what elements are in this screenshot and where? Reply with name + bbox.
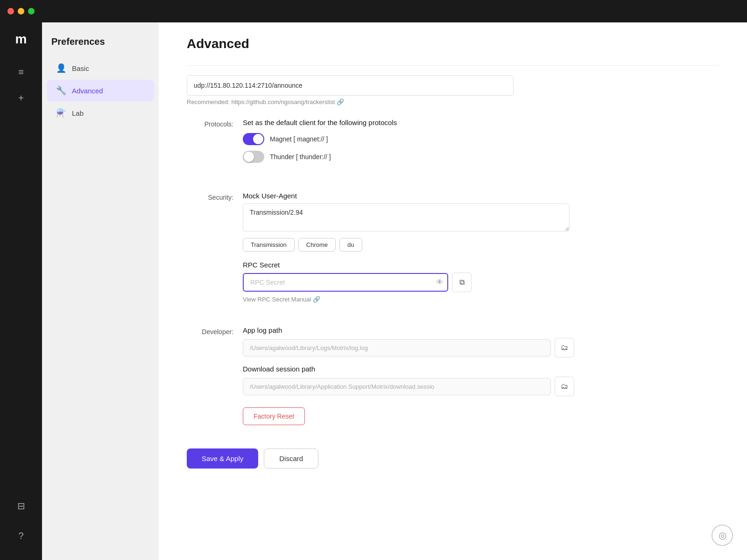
hamburger-menu-icon[interactable]: ≡ [10, 61, 32, 83]
developer-section: Developer: App log path 🗂 Download sessi… [187, 317, 719, 425]
page-title: Advanced [187, 36, 719, 51]
discard-button[interactable]: Discard [264, 448, 318, 469]
mock-user-agent-label: Mock User-Agent [243, 192, 719, 200]
save-apply-button[interactable]: Save & Apply [187, 448, 258, 469]
thunder-label: Thunder [ thunder:// ] [270, 153, 331, 161]
download-session-row: 🗂 [243, 377, 719, 396]
minimize-button[interactable] [18, 8, 24, 14]
protocols-content: Set as the default client for the follow… [243, 119, 719, 168]
download-session-folder-button[interactable]: 🗂 [555, 377, 574, 396]
add-icon[interactable]: + [10, 87, 32, 109]
sidebar-item-lab[interactable]: ⚗️ Lab [47, 102, 154, 124]
download-session-input[interactable] [243, 378, 551, 395]
sidebar-item-lab-label: Lab [72, 109, 84, 117]
disc-icon[interactable]: ◎ [712, 525, 733, 546]
security-label: Security: [187, 192, 243, 303]
preset-transmission-button[interactable]: Transmission [243, 238, 295, 252]
app-log-path-row: 🗂 [243, 338, 719, 357]
eye-icon[interactable]: 👁 [436, 278, 444, 287]
magnet-label: Magnet [ magnet:// ] [270, 135, 328, 143]
developer-content: App log path 🗂 Download session path 🗂 F… [243, 326, 719, 425]
main-content: Advanced Recommended: https://github.com… [159, 22, 747, 560]
download-session-label: Download session path [243, 365, 719, 373]
protocols-subtitle: Set as the default client for the follow… [243, 119, 719, 126]
basic-icon: 👤 [56, 63, 66, 73]
preset-du-button[interactable]: du [339, 238, 362, 252]
magnet-toggle-row: Magnet [ magnet:// ] [243, 133, 719, 145]
user-agent-input[interactable]: Transmission/2.94 [243, 203, 570, 231]
security-content: Mock User-Agent Transmission/2.94 Transm… [243, 192, 719, 303]
copy-rpc-button[interactable]: ⧉ [452, 273, 472, 292]
sidebar: Preferences 👤 Basic 🔧 Advanced ⚗️ Lab [42, 22, 159, 560]
preset-chrome-button[interactable]: Chrome [298, 238, 336, 252]
tracker-input[interactable] [187, 75, 514, 96]
magnet-toggle-knob [253, 134, 263, 144]
factory-reset-button[interactable]: Factory Reset [243, 407, 305, 425]
thunder-toggle[interactable] [243, 151, 264, 163]
preset-buttons: Transmission Chrome du [243, 238, 719, 252]
rpc-secret-label: RPC Secret [243, 261, 719, 269]
protocols-section: Protocols: Set as the default client for… [187, 109, 719, 168]
sliders-icon[interactable]: ⊟ [10, 495, 32, 517]
close-button[interactable] [7, 8, 14, 14]
developer-label: Developer: [187, 326, 243, 425]
thunder-toggle-row: Thunder [ thunder:// ] [243, 151, 719, 163]
tracker-section: Recommended: https://github.com/ngosang/… [187, 65, 719, 105]
app-log-folder-button[interactable]: 🗂 [555, 338, 574, 357]
help-icon[interactable]: ? [10, 525, 32, 547]
rpc-row: 👁 ⧉ [243, 273, 719, 292]
protocols-label: Protocols: [187, 119, 243, 168]
maximize-button[interactable] [28, 8, 35, 14]
tracker-list-link[interactable]: https://github.com/ngosang/trackerslist [231, 98, 335, 105]
download-folder-icon: 🗂 [561, 382, 568, 391]
recommended-link-text: Recommended: https://github.com/ngosang/… [187, 98, 719, 105]
titlebar [0, 0, 747, 22]
app-log-path-label: App log path [243, 326, 719, 334]
app-log-path-input[interactable] [243, 339, 551, 357]
rpc-link-icon: 🔗 [313, 296, 320, 303]
rpc-secret-input[interactable] [243, 273, 448, 292]
rpc-manual-link[interactable]: View RPC Secret Manual 🔗 [243, 296, 719, 303]
sidebar-title: Preferences [42, 32, 159, 56]
sidebar-item-basic[interactable]: 👤 Basic [47, 57, 154, 79]
rpc-input-wrap: 👁 [243, 273, 448, 292]
external-link-icon: 🔗 [337, 98, 344, 105]
sidebar-item-advanced[interactable]: 🔧 Advanced [47, 80, 154, 101]
thunder-toggle-knob [244, 152, 254, 162]
sidebar-item-basic-label: Basic [72, 64, 89, 72]
advanced-icon: 🔧 [56, 85, 66, 96]
folder-icon: 🗂 [561, 343, 568, 352]
icon-bar: m ≡ + ⊟ ? [0, 22, 42, 560]
copy-icon: ⧉ [459, 278, 465, 287]
lab-icon: ⚗️ [56, 108, 66, 118]
app-logo: m [15, 32, 27, 47]
traffic-lights [7, 8, 35, 14]
sidebar-item-advanced-label: Advanced [72, 87, 103, 95]
security-section: Security: Mock User-Agent Transmission/2… [187, 182, 719, 303]
magnet-toggle[interactable] [243, 133, 264, 145]
footer-buttons: Save & Apply Discard [187, 448, 719, 487]
